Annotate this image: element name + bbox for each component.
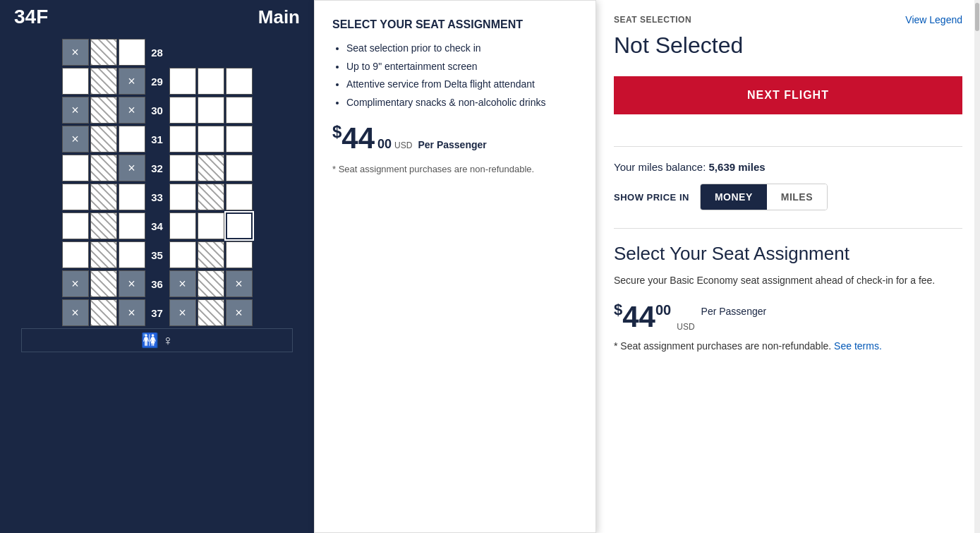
right-per-passenger: Per Passenger	[701, 306, 767, 317]
seat[interactable]	[90, 39, 117, 66]
seat[interactable]	[198, 97, 224, 124]
seat[interactable]	[90, 184, 117, 210]
seat-placeholder	[169, 39, 196, 66]
row-number: 30	[147, 104, 168, 116]
seat[interactable]	[62, 212, 89, 239]
seat-row: 28	[0, 39, 314, 66]
right-refund-note: * Seat assignment purchases are non-refu…	[614, 339, 962, 354]
seat[interactable]	[169, 68, 196, 95]
seat[interactable]	[90, 299, 117, 326]
view-legend-link[interactable]: View Legend	[905, 14, 962, 25]
seat-row: 36	[0, 270, 314, 297]
seat[interactable]	[169, 155, 196, 181]
seat-placeholder	[226, 39, 253, 66]
seat-row: 35	[0, 241, 314, 268]
row-number: 29	[147, 76, 168, 88]
seat[interactable]	[62, 68, 89, 95]
seat[interactable]	[119, 68, 145, 95]
seat[interactable]	[226, 241, 253, 268]
toggle-money-button[interactable]: MONEY	[701, 184, 767, 210]
seat-row: 31	[0, 126, 314, 152]
seat[interactable]	[169, 184, 196, 210]
seat[interactable]	[169, 270, 196, 297]
seat[interactable]	[169, 299, 196, 326]
seat[interactable]	[119, 97, 145, 124]
seat-map-panel: 34F Main 28293031323334353637🚻 ♀	[0, 0, 314, 533]
row-number: 32	[147, 162, 168, 174]
divider-1	[614, 146, 962, 147]
popup-feature-item: Seat selection prior to check in	[346, 42, 578, 56]
seat-selection-header: SEAT SELECTION View Legend	[614, 14, 962, 25]
seat[interactable]	[90, 212, 117, 239]
seat-map-grid: 28293031323334353637🚻 ♀	[0, 34, 314, 530]
seat[interactable]	[198, 126, 224, 152]
right-price-row: $ 44 00 USD Per Passenger	[614, 302, 962, 332]
seat[interactable]	[90, 126, 117, 152]
seat[interactable]	[119, 270, 145, 297]
row-number: 34	[147, 220, 168, 232]
seat[interactable]	[226, 68, 253, 95]
seat-row: 29	[0, 68, 314, 95]
seat[interactable]	[198, 155, 224, 181]
seat[interactable]	[169, 241, 196, 268]
seat[interactable]	[226, 270, 253, 297]
seat-assignment-desc: Secure your Basic Economy seat assignmen…	[614, 273, 962, 288]
seat[interactable]	[226, 97, 253, 124]
seat[interactable]	[198, 184, 224, 210]
seat[interactable]	[119, 212, 145, 239]
seat[interactable]	[198, 241, 224, 268]
seat[interactable]	[119, 299, 145, 326]
seat[interactable]	[169, 97, 196, 124]
seat[interactable]	[90, 241, 117, 268]
seat-placeholder	[198, 39, 224, 66]
seat[interactable]	[62, 97, 89, 124]
show-price-label: SHOW PRICE IN	[614, 192, 689, 203]
seat[interactable]	[119, 39, 145, 66]
seat[interactable]	[169, 126, 196, 152]
popup-refund-note: * Seat assignment purchases are non-refu…	[332, 164, 578, 174]
seat[interactable]	[62, 241, 89, 268]
seat[interactable]	[226, 126, 253, 152]
popup-price-block: $44 00 USD Per Passenger	[332, 124, 578, 153]
seat[interactable]	[119, 241, 145, 268]
toggle-miles-button[interactable]: MILES	[767, 184, 827, 210]
seat[interactable]	[90, 68, 117, 95]
seat[interactable]	[226, 184, 253, 210]
seat[interactable]	[62, 126, 89, 152]
seat[interactable]	[90, 155, 117, 181]
seat-row: 33	[0, 184, 314, 210]
seat[interactable]	[62, 270, 89, 297]
seat-assignment-section: Select Your Seat Assignment Secure your …	[614, 228, 962, 354]
not-selected-text: Not Selected	[614, 32, 962, 59]
seat[interactable]	[62, 155, 89, 181]
seat[interactable]	[90, 97, 117, 124]
popup-price-usd: USD	[394, 140, 412, 150]
seat-row: 34	[0, 212, 314, 239]
seat[interactable]	[198, 68, 224, 95]
seat-assignment-title: Select Your Seat Assignment	[614, 243, 962, 265]
seat[interactable]	[226, 299, 253, 326]
seat[interactable]	[198, 212, 224, 239]
price-toggle-section: SHOW PRICE IN MONEY MILES	[614, 184, 962, 210]
row-number: 33	[147, 191, 168, 203]
seat[interactable]	[198, 270, 224, 297]
seat[interactable]	[226, 212, 253, 239]
seat[interactable]	[226, 155, 253, 181]
see-terms-link[interactable]: See terms.	[834, 340, 882, 352]
seat[interactable]	[90, 270, 117, 297]
row-number: 36	[147, 278, 168, 290]
lavatory-section: 🚻 ♀	[21, 328, 293, 352]
seat-selection-label: SEAT SELECTION	[614, 15, 691, 25]
seat[interactable]	[62, 39, 89, 66]
scrollbar-thumb[interactable]	[975, 3, 979, 31]
seat[interactable]	[119, 155, 145, 181]
seat[interactable]	[119, 184, 145, 210]
seat[interactable]	[62, 299, 89, 326]
seat[interactable]	[198, 299, 224, 326]
next-flight-button[interactable]: NEXT FLIGHT	[614, 76, 962, 114]
popup-price-dollar: $44	[332, 124, 375, 153]
seat[interactable]	[169, 212, 196, 239]
popup-title: SELECT YOUR SEAT ASSIGNMENT	[332, 18, 578, 31]
seat[interactable]	[62, 184, 89, 210]
seat[interactable]	[119, 126, 145, 152]
